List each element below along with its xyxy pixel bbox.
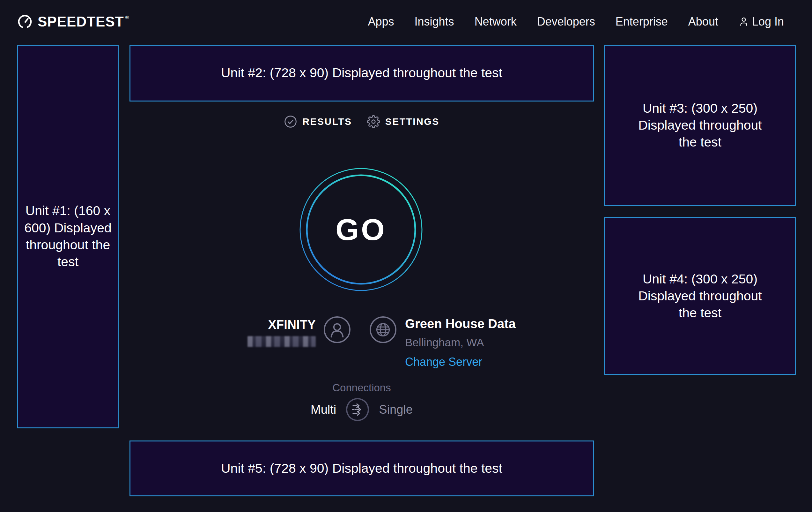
ad-unit-5: Unit #5: (728 x 90) Displayed throughout…: [129, 440, 594, 496]
user-icon: [738, 17, 749, 27]
connections-toggle-button[interactable]: [346, 398, 369, 421]
connections-option-multi[interactable]: Multi: [311, 403, 336, 416]
connections-option-single[interactable]: Single: [379, 403, 413, 416]
check-circle-icon: [284, 115, 297, 128]
logo-trademark: ®: [125, 15, 129, 20]
login-link[interactable]: Log In: [738, 15, 784, 28]
tab-settings-label: SETTINGS: [385, 116, 439, 127]
go-label: GO: [299, 167, 423, 292]
speedtest-logo[interactable]: SPEEDTEST ®: [17, 14, 129, 30]
nav-item-about[interactable]: About: [688, 15, 718, 28]
login-label: Log In: [752, 15, 784, 28]
server-name: Green House Data: [405, 317, 516, 331]
nav-item-developers[interactable]: Developers: [537, 15, 595, 28]
tab-settings[interactable]: SETTINGS: [367, 115, 439, 128]
isp-name: XFINITY: [268, 318, 316, 332]
isp-info: XFINITY: [248, 316, 351, 347]
ad-unit-2-label: Unit #2: (728 x 90) Displayed throughout…: [221, 64, 502, 81]
ad-unit-1: Unit #1: (160 x 600) Displayed throughou…: [17, 45, 119, 428]
nav-item-apps[interactable]: Apps: [368, 15, 394, 28]
main-nav: Apps Insights Network Developers Enterpr…: [368, 15, 784, 28]
nav-item-insights[interactable]: Insights: [415, 15, 454, 28]
isp-text: XFINITY: [248, 318, 316, 347]
header: SPEEDTEST ® Apps Insights Network Develo…: [0, 0, 812, 44]
logo-text: SPEEDTEST: [38, 14, 124, 30]
person-icon: [323, 316, 351, 344]
nav-item-network[interactable]: Network: [474, 15, 517, 28]
nav-item-enterprise[interactable]: Enterprise: [615, 15, 668, 28]
ad-unit-3-label: Unit #3: (300 x 250) Displayed throughou…: [632, 100, 768, 151]
gauge-icon: [17, 14, 32, 29]
ad-unit-1-label: Unit #1: (160 x 600) Displayed throughou…: [23, 203, 113, 270]
ad-unit-3: Unit #3: (300 x 250) Displayed throughou…: [604, 45, 796, 206]
server-location: Bellingham, WA: [405, 336, 516, 349]
connections-label: Connections: [129, 382, 594, 394]
redacted-ip: [248, 336, 316, 347]
tab-results[interactable]: RESULTS: [284, 115, 352, 128]
ad-unit-2: Unit #2: (728 x 90) Displayed throughout…: [129, 45, 594, 102]
globe-icon: [369, 316, 397, 344]
tabs-row: RESULTS SETTINGS: [129, 115, 594, 128]
connections-toggle-row: Multi Single: [129, 398, 594, 421]
ad-unit-5-label: Unit #5: (728 x 90) Displayed throughout…: [221, 460, 502, 477]
multi-arrows-icon: [346, 398, 369, 421]
go-button[interactable]: GO: [299, 167, 423, 292]
ad-unit-4-label: Unit #4: (300 x 250) Displayed throughou…: [632, 271, 768, 322]
speedtest-page: SPEEDTEST ® Apps Insights Network Develo…: [0, 0, 812, 512]
ad-unit-4: Unit #4: (300 x 250) Displayed throughou…: [604, 217, 796, 375]
server-info: Green House Data Bellingham, WA Change S…: [369, 316, 516, 369]
change-server-link[interactable]: Change Server: [405, 355, 516, 369]
gear-icon: [367, 115, 380, 128]
server-text: Green House Data Bellingham, WA Change S…: [405, 317, 516, 369]
tab-results-label: RESULTS: [302, 116, 352, 127]
